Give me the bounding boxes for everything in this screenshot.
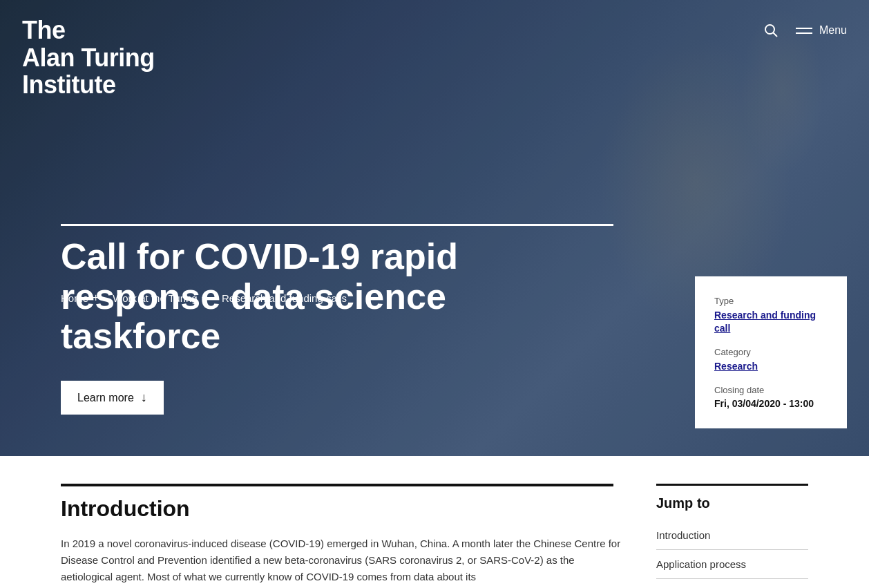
search-button[interactable]: [763, 22, 779, 39]
type-value[interactable]: Research and funding call: [714, 309, 828, 334]
hero-title: Call for COVID-19 rapid response data sc…: [61, 237, 593, 356]
category-label: Category: [714, 347, 828, 357]
jump-to-list: Introduction Application process Contact: [656, 521, 808, 588]
menu-button[interactable]: Menu: [796, 24, 847, 37]
section-title-bar: [61, 484, 613, 486]
svg-point-0: [765, 25, 774, 34]
menu-label: Menu: [819, 24, 847, 37]
closing-value: Fri, 03/04/2020 - 13:00: [714, 398, 828, 409]
content-right: Jump to Introduction Application process…: [656, 484, 808, 588]
nav-right: Menu: [763, 17, 847, 39]
jump-to-bar: [656, 484, 808, 486]
hero-section: The Alan Turing Institute Menu Home: [0, 0, 869, 456]
search-icon: [763, 22, 779, 39]
intro-title: Introduction: [61, 496, 629, 522]
category-value[interactable]: Research: [714, 360, 828, 372]
site-logo[interactable]: The Alan Turing Institute: [22, 17, 155, 99]
jump-to-application[interactable]: Application process: [656, 550, 808, 579]
learn-more-button[interactable]: Learn more ↓: [61, 381, 164, 415]
closing-label: Closing date: [714, 385, 828, 395]
hero-content: Call for COVID-19 rapid response data sc…: [61, 224, 593, 415]
type-label: Type: [714, 296, 828, 306]
svg-line-1: [773, 33, 777, 37]
content-left: Introduction In 2019 a novel coronavirus…: [61, 484, 629, 588]
jump-to-title: Jump to: [656, 495, 808, 511]
hamburger-icon: [796, 28, 812, 34]
jump-to-introduction[interactable]: Introduction: [656, 521, 808, 550]
jump-to-contact[interactable]: Contact: [656, 579, 808, 588]
hero-title-bar: [61, 224, 613, 226]
top-navigation: The Alan Turing Institute Menu: [0, 0, 869, 115]
intro-body: In 2019 a novel coronavirus-induced dise…: [61, 535, 629, 585]
main-content: Introduction In 2019 a novel coronavirus…: [0, 484, 869, 588]
info-card: Type Research and funding call Category …: [695, 276, 847, 428]
arrow-down-icon: ↓: [141, 390, 147, 405]
learn-more-label: Learn more: [77, 392, 134, 404]
